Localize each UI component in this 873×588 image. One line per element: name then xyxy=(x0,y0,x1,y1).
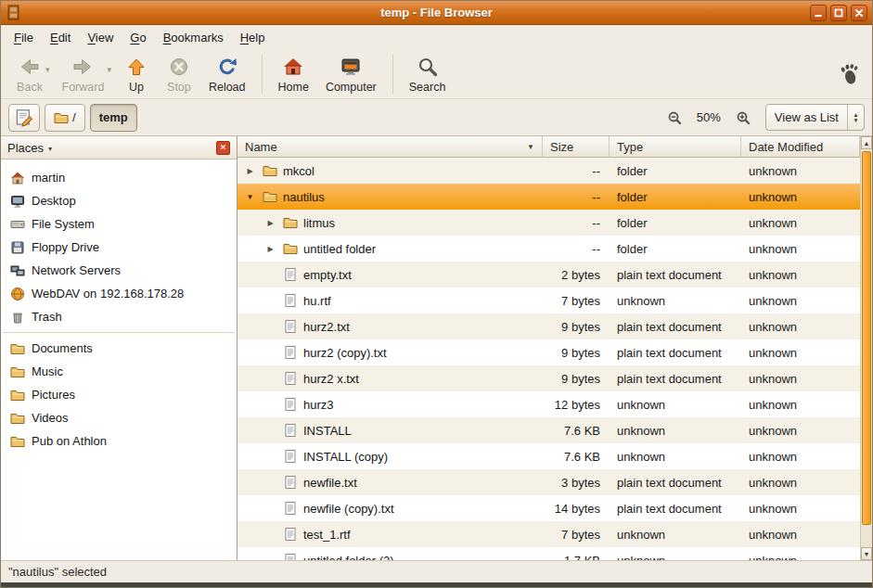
vertical-scrollbar[interactable]: ▲ ▼ xyxy=(860,136,872,560)
edit-note-icon xyxy=(15,109,33,127)
sidebar-item-desktop[interactable]: Desktop xyxy=(1,189,237,212)
sidebar-item-trash[interactable]: Trash xyxy=(1,305,237,328)
sidebar-item-file-system[interactable]: File System xyxy=(1,212,237,236)
name-cell: test_1.rtf xyxy=(238,527,543,542)
expander-collapsed-icon[interactable]: ▶ xyxy=(263,245,277,253)
places-list: martin Desktop File System Floppy Drive … xyxy=(1,160,237,560)
computer-button[interactable]: Computer xyxy=(317,53,385,96)
menu-view[interactable]: View xyxy=(79,27,122,48)
sidebar-item-videos[interactable]: Videos xyxy=(1,406,237,429)
reload-label: Reload xyxy=(209,81,246,94)
menu-file[interactable]: File xyxy=(6,27,42,48)
sidebar-item-martin[interactable]: martin xyxy=(1,166,237,189)
stop-button[interactable]: Stop xyxy=(158,53,200,96)
file-row[interactable]: hurz2 x.txt 9 bytes plain text document … xyxy=(238,365,860,391)
expander-expanded-icon[interactable]: ▼ xyxy=(243,193,257,201)
menu-go[interactable]: Go xyxy=(122,27,154,48)
file-row[interactable]: INSTALL (copy) 7.6 KB unknown unknown xyxy=(238,443,860,469)
forward-dropdown-icon[interactable]: ▾ xyxy=(107,65,111,74)
name-cell: newfile (copy).txt xyxy=(238,501,543,516)
zoom-out-button[interactable] xyxy=(662,106,687,130)
file-name: litmus xyxy=(303,216,335,230)
root-folder-button[interactable]: / xyxy=(45,104,85,132)
sidebar-item-pictures[interactable]: Pictures xyxy=(1,383,237,406)
back-dropdown-icon[interactable]: ▾ xyxy=(45,65,50,74)
sidebar-item-label: martin xyxy=(32,171,65,185)
sidebar-item-label: Network Servers xyxy=(32,263,121,277)
expander-collapsed-icon[interactable]: ▶ xyxy=(243,167,257,175)
file-browser-window: temp - File Browser File Edit View Go Bo… xyxy=(0,0,873,588)
sidebar-close-button[interactable]: ✕ xyxy=(216,141,230,155)
scroll-up-button[interactable]: ▲ xyxy=(861,136,872,149)
size-cell: 9 bytes xyxy=(543,372,610,386)
menubar: File Edit View Go Bookmarks Help xyxy=(1,25,872,50)
view-mode-select[interactable]: View as List ▲ ▼ xyxy=(765,104,865,131)
file-row[interactable]: empty.txt 2 bytes plain text document un… xyxy=(238,262,860,288)
maximize-button[interactable] xyxy=(830,5,847,21)
expander-collapsed-icon[interactable]: ▶ xyxy=(263,219,277,227)
forward-button[interactable]: Forward xyxy=(54,53,113,96)
text-file-icon xyxy=(283,345,298,360)
folder-icon xyxy=(283,215,298,230)
sidebar-item-floppy-drive[interactable]: Floppy Drive xyxy=(1,236,237,259)
zoom-in-button[interactable] xyxy=(731,106,755,130)
sidebar-item-documents[interactable]: Documents xyxy=(1,337,237,360)
home-button[interactable]: Home xyxy=(270,53,317,96)
file-row[interactable]: INSTALL 7.6 KB unknown unknown xyxy=(238,417,860,443)
file-row[interactable]: hurz3 12 bytes unknown unknown xyxy=(238,391,860,417)
sidebar-item-network-servers[interactable]: Network Servers xyxy=(1,259,237,282)
file-row[interactable]: ▶ untitled folder -- folder unknown xyxy=(238,236,860,262)
search-button[interactable]: Search xyxy=(401,53,455,96)
menu-help[interactable]: Help xyxy=(232,27,274,48)
scrollbar-thumb[interactable] xyxy=(862,151,871,525)
sidebar-item-webdav[interactable]: WebDAV on 192.168.178.28 xyxy=(1,282,237,305)
zoom-level[interactable]: 50% xyxy=(691,110,726,124)
size-cell: 7 bytes xyxy=(543,294,610,308)
file-row[interactable]: hurz2 (copy).txt 9 bytes plain text docu… xyxy=(238,339,860,365)
file-row[interactable]: ▶ litmus -- folder unknown xyxy=(238,210,860,236)
file-row[interactable]: newfile (copy).txt 14 bytes plain text d… xyxy=(238,495,860,521)
column-header-size[interactable]: Size xyxy=(543,136,610,158)
computer-label: Computer xyxy=(326,81,377,94)
sidebar-item-label: Trash xyxy=(32,310,62,324)
menu-bookmarks[interactable]: Bookmarks xyxy=(155,27,232,48)
stop-label: Stop xyxy=(167,81,191,94)
file-row[interactable]: untitled folder (2) 1.7 KB unknown unkno… xyxy=(238,547,860,560)
back-button[interactable]: Back xyxy=(8,53,51,96)
close-button[interactable] xyxy=(851,5,867,21)
file-row-selected[interactable]: ▼ nautilus -- folder unknown xyxy=(238,184,860,210)
column-header-date-modified[interactable]: Date Modified xyxy=(741,136,860,158)
menu-edit[interactable]: Edit xyxy=(42,27,79,48)
date-cell: unknown xyxy=(741,242,860,256)
titlebar[interactable]: temp - File Browser xyxy=(1,1,872,25)
scrollbar-track[interactable] xyxy=(861,149,872,547)
column-header-name[interactable]: Name ▼ xyxy=(238,136,543,158)
type-cell: unknown xyxy=(610,294,741,308)
current-folder-button[interactable]: temp xyxy=(90,104,137,132)
text-file-icon xyxy=(283,397,298,412)
toolbar: Back ▾ Forward ▾ Up Stop Reload Home xyxy=(1,50,872,99)
column-header-type[interactable]: Type xyxy=(610,136,741,158)
scroll-down-button[interactable]: ▼ xyxy=(861,547,872,560)
file-row[interactable]: hurz2.txt 9 bytes plain text document un… xyxy=(238,313,860,339)
chevron-down-icon[interactable]: ▾ xyxy=(48,145,52,153)
sidebar-item-music[interactable]: Music xyxy=(1,360,237,383)
up-button[interactable]: Up xyxy=(115,53,158,96)
type-cell: plain text document xyxy=(610,320,741,334)
text-file-icon xyxy=(283,319,298,334)
file-row[interactable]: hu.rtf 7 bytes unknown unknown xyxy=(238,288,860,313)
reload-button[interactable]: Reload xyxy=(200,53,254,96)
minimize-button[interactable] xyxy=(810,5,827,21)
search-label: Search xyxy=(409,81,446,94)
type-cell: unknown xyxy=(610,554,741,561)
toggle-location-entry-button[interactable] xyxy=(8,104,40,132)
sidebar-title[interactable]: Places xyxy=(7,141,44,155)
window-title: temp - File Browser xyxy=(1,6,872,19)
file-row[interactable]: newfile.txt 3 bytes plain text document … xyxy=(238,469,860,495)
sidebar-item-pub-on-athlon[interactable]: Pub on Athlon xyxy=(1,429,237,453)
file-name: mkcol xyxy=(283,164,315,178)
file-row[interactable]: test_1.rtf 7 bytes unknown unknown xyxy=(238,521,860,547)
file-row[interactable]: ▶ mkcol -- folder unknown xyxy=(238,158,860,184)
gnome-throbber-icon xyxy=(837,62,861,86)
date-cell: unknown xyxy=(741,554,860,561)
